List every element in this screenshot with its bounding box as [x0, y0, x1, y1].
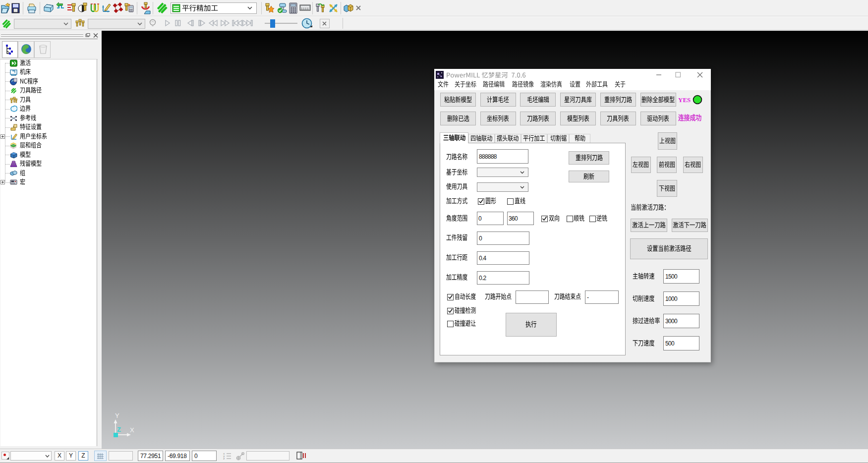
svg-text:z: z [223, 457, 225, 460]
svg-text:Y: Y [115, 412, 119, 419]
svg-text:X: X [130, 426, 134, 434]
svg-text:Z: Z [117, 426, 121, 433]
